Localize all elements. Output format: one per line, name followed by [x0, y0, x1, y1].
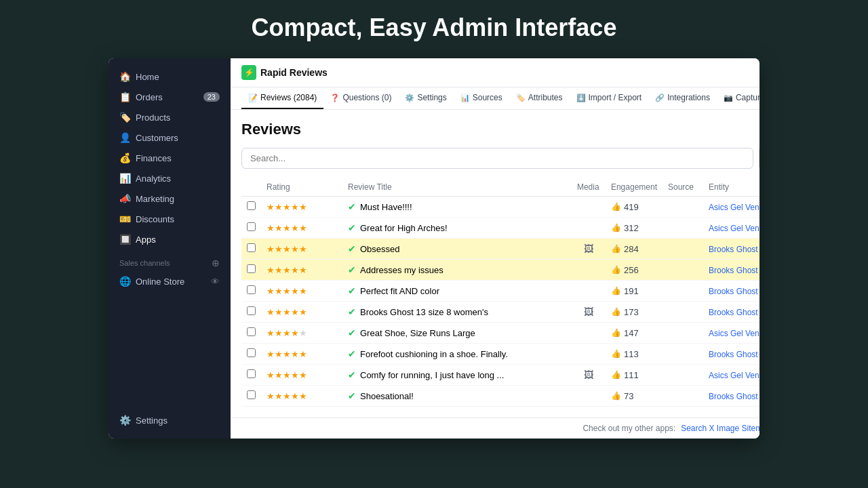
row-checkbox-8[interactable] [247, 348, 256, 357]
star-3: ★ [283, 223, 291, 233]
engage-count-3: 284 [624, 244, 639, 254]
footer-label: Check out my other apps: [583, 424, 675, 433]
finances-icon: 💰 [119, 152, 130, 163]
add-channel-icon[interactable]: ⊕ [212, 258, 220, 268]
tab-settings[interactable]: ⚙️ Settings [398, 87, 453, 109]
tab-attributes[interactable]: 🏷️ Attributes [509, 87, 570, 109]
col-source: Source [663, 178, 703, 197]
filter-button[interactable]: ⊟ [759, 146, 760, 170]
tab-questions[interactable]: ❓ Questions (0) [323, 87, 398, 109]
star-5: ★ [299, 286, 307, 296]
thumbsup-icon-2: 👍 [611, 223, 621, 232]
star-5: ★ [299, 391, 307, 401]
sidebar: 🏠 Home 📋 Orders 23 🏷️ Products 👤 Custome… [108, 58, 231, 439]
row-checkbox-10[interactable] [247, 390, 256, 399]
col-media: Media [572, 178, 606, 197]
star-2: ★ [275, 391, 283, 401]
row-source-1 [663, 197, 703, 218]
star-3: ★ [283, 370, 291, 380]
row-source-5 [663, 281, 703, 302]
star-4: ★ [291, 328, 299, 338]
row-checkbox-9[interactable] [247, 369, 256, 378]
page-heading: Compact, Easy Admin Interface [252, 14, 617, 42]
entity-link-3[interactable]: Brooks Ghost 13 [709, 245, 760, 254]
row-rating-6: ★★★★★ [261, 302, 342, 323]
sales-channels-label: Sales channels [119, 259, 170, 267]
row-checkbox-3[interactable] [247, 243, 256, 252]
engage-count-4: 256 [624, 265, 639, 275]
row-media-4 [572, 260, 606, 281]
row-checkbox-7[interactable] [247, 327, 256, 336]
star-4: ★ [291, 265, 299, 275]
footer-link-0[interactable]: Search X [681, 424, 714, 433]
tab-import-export[interactable]: ⬇️ Import / Export [570, 87, 649, 109]
row-title-7: ✔ Great Shoe, Size Runs Large [342, 323, 572, 344]
sidebar-item-finances[interactable]: 💰 Finances [108, 148, 231, 168]
review-title-6: Brooks Ghost 13 size 8 women's [360, 307, 488, 317]
row-checkbox-5[interactable] [247, 285, 256, 294]
review-title-2: Great for High Arches! [360, 223, 448, 233]
row-entity-1: Asics Gel Venture 6 [703, 197, 760, 218]
entity-link-1[interactable]: Asics Gel Venture 6 [709, 203, 760, 212]
entity-link-7[interactable]: Asics Gel Venture 6 [709, 329, 760, 338]
verified-icon-3: ✔ [348, 243, 356, 254]
channel-eye-icon[interactable]: 👁 [211, 277, 220, 287]
row-checkbox-2[interactable] [247, 222, 256, 231]
search-input[interactable] [241, 148, 753, 169]
engage-count-10: 73 [624, 391, 633, 401]
row-title-4: ✔ Addresses my issues [342, 260, 572, 281]
sidebar-item-customers[interactable]: 👤 Customers [108, 127, 231, 148]
row-source-9 [663, 365, 703, 386]
entity-link-8[interactable]: Brooks Ghost 13 [709, 350, 760, 359]
sidebar-item-apps[interactable]: 🔲 Apps [108, 229, 231, 249]
row-media-1 [572, 197, 606, 218]
footer-link-1[interactable]: Image Sitemap [717, 424, 760, 433]
thumbsup-icon-3: 👍 [611, 244, 621, 253]
thumbsup-icon-5: 👍 [611, 286, 621, 296]
tab-label-capture: Capture [736, 93, 760, 102]
star-1: ★ [267, 244, 275, 254]
verified-icon-2: ✔ [348, 222, 356, 233]
tab-label-questions: Questions (0) [342, 93, 391, 102]
app-brand: ⚡ Rapid Reviews [241, 65, 328, 80]
tab-capture[interactable]: 📷 Capture [717, 87, 760, 109]
row-title-1: ✔ Must Have!!!! [342, 197, 572, 218]
entity-link-10[interactable]: Brooks Ghost 13 [709, 392, 760, 401]
entity-link-6[interactable]: Brooks Ghost 13 [709, 308, 760, 317]
row-checkbox-6[interactable] [247, 306, 256, 315]
channel-online-store[interactable]: 🌐 Online Store 👁 [108, 271, 231, 291]
tab-icon-capture: 📷 [724, 94, 733, 102]
sidebar-item-marketing[interactable]: 📣 Marketing [108, 188, 231, 209]
review-title-7: Great Shoe, Size Runs Large [360, 328, 475, 338]
entity-link-2[interactable]: Asics Gel Venture 6 [709, 224, 760, 233]
entity-link-5[interactable]: Brooks Ghost 13 [709, 287, 760, 296]
sidebar-item-analytics[interactable]: 📊 Analytics [108, 168, 231, 188]
row-checkbox-4[interactable] [247, 264, 256, 273]
star-1: ★ [267, 223, 275, 233]
sidebar-item-orders[interactable]: 📋 Orders 23 [108, 87, 231, 107]
verified-icon-6: ✔ [348, 306, 356, 317]
table-row: ★★★★★ ✔ Must Have!!!! 👍 419 Asics Gel Ve… [241, 197, 760, 218]
row-engagement-7: 👍 147 [606, 323, 663, 344]
row-title-3: ✔ Obsessed [342, 239, 572, 260]
badge-orders: 23 [203, 92, 220, 102]
star-5: ★ [299, 307, 307, 317]
row-rating-9: ★★★★★ [261, 365, 342, 386]
entity-link-9[interactable]: Asics Gel Venture 6 [709, 371, 760, 380]
review-title-9: Comfy for running, I just have long ... [360, 370, 504, 380]
tab-integrations[interactable]: 🔗 Integrations [648, 87, 717, 109]
tab-sources[interactable]: 📊 Sources [454, 87, 509, 109]
sidebar-item-settings[interactable]: ⚙️ Settings [108, 410, 231, 430]
sidebar-item-products[interactable]: 🏷️ Products [108, 107, 231, 127]
star-3: ★ [283, 202, 291, 212]
sidebar-item-home[interactable]: 🏠 Home [108, 66, 231, 87]
row-checkbox-1[interactable] [247, 201, 256, 210]
row-engagement-5: 👍 191 [606, 281, 663, 302]
media-icon: 🖼 [584, 306, 593, 317]
sidebar-item-discounts[interactable]: 🎫 Discounts [108, 209, 231, 229]
search-filter-row: ⊟ PopularNewestOldestHighestLowest [241, 146, 760, 170]
entity-link-4[interactable]: Brooks Ghost 13 [709, 266, 760, 275]
tab-reviews[interactable]: 📝 Reviews (2084) [241, 87, 323, 109]
row-engagement-6: 👍 173 [606, 302, 663, 323]
row-title-9: ✔ Comfy for running, I just have long ..… [342, 365, 572, 386]
